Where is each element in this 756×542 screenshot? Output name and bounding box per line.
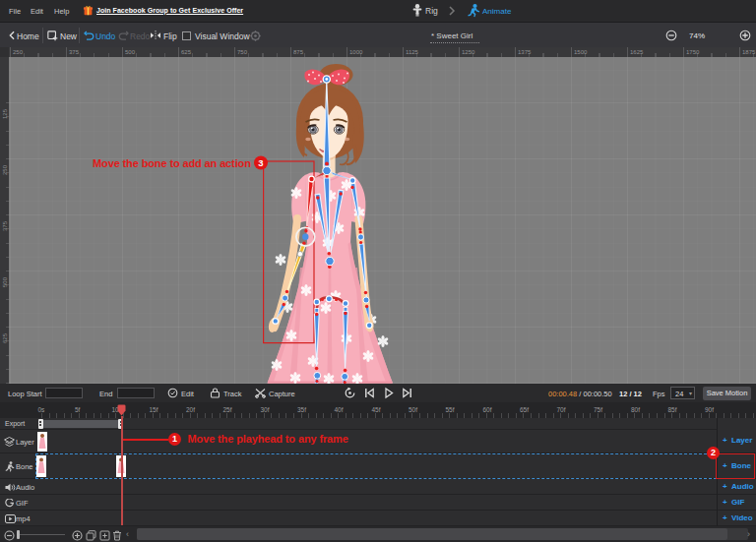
svg-text:3: 3 bbox=[258, 157, 263, 168]
svg-text:Rig: Rig bbox=[425, 6, 438, 16]
svg-text:Animate: Animate bbox=[482, 7, 512, 16]
